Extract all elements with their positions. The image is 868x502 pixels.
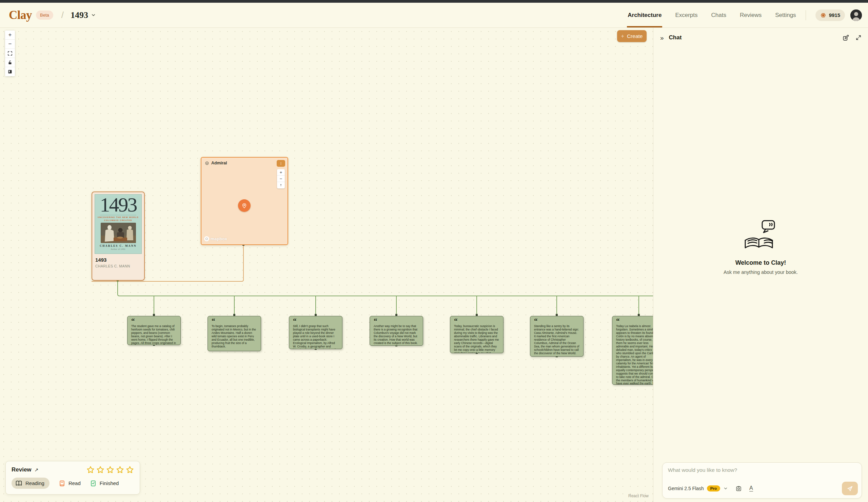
review-card: Review ↗ Reading Read bbox=[6, 461, 140, 494]
quote-text: Standing like a sentry by its entrance w… bbox=[534, 325, 579, 355]
breadcrumb-separator: / bbox=[61, 10, 64, 20]
avatar[interactable] bbox=[850, 10, 862, 21]
fit-view-button[interactable] bbox=[5, 49, 15, 58]
send-button[interactable] bbox=[842, 482, 858, 495]
plus-icon: + bbox=[621, 33, 624, 39]
status-read[interactable]: Read bbox=[59, 480, 81, 487]
star-rating bbox=[86, 466, 134, 474]
cover-tagline-1: UNCOVERING THE NEW WORLD bbox=[98, 216, 139, 218]
mapbox-icon bbox=[204, 236, 209, 241]
book-title: 1493 bbox=[95, 257, 141, 263]
review-title: Review bbox=[11, 467, 32, 473]
quote-text: Today, bureaucratic suspicion is minimal… bbox=[454, 325, 499, 353]
tab-settings[interactable]: Settings bbox=[775, 3, 796, 28]
model-selector[interactable]: Gemini 2.5 Flash bbox=[668, 486, 704, 491]
tab-excerpts[interactable]: Excerpts bbox=[675, 3, 698, 28]
quote-text: To begin, tomatoes probably originated n… bbox=[211, 325, 257, 348]
quote-icon: “ bbox=[534, 319, 579, 323]
chat-panel-header: » Chat bbox=[653, 28, 868, 48]
quote-text: Another way might be to say that there i… bbox=[374, 325, 419, 345]
map-node-action-button[interactable] bbox=[277, 160, 285, 167]
chat-input[interactable] bbox=[668, 467, 856, 481]
chat-welcome: Welcome to Clay! Ask me anything about y… bbox=[653, 219, 868, 275]
model-chevron-icon[interactable] bbox=[723, 486, 728, 491]
main-nav: Architecture Excerpts Chats Reviews Sett… bbox=[628, 3, 796, 28]
quote-icon: “ bbox=[454, 319, 499, 323]
quote-text: The student gave me a catalog of heirloo… bbox=[131, 325, 177, 345]
chat-panel: » Chat Welcome to Clay! bbox=[653, 28, 868, 502]
book-cover-number: 1493 bbox=[100, 195, 137, 215]
quote-icon: “ bbox=[131, 319, 177, 323]
quote-card-2[interactable]: “ To begin, tomatoes probably originated… bbox=[207, 316, 261, 351]
finished-book-icon bbox=[90, 480, 97, 487]
image-attach-icon[interactable] bbox=[735, 485, 742, 492]
tab-chats[interactable]: Chats bbox=[711, 3, 726, 28]
map-zoom-in-button[interactable]: + bbox=[277, 169, 285, 176]
book-cover-painting bbox=[101, 223, 136, 243]
pro-badge: Pro bbox=[707, 485, 720, 491]
status-reading[interactable]: Reading bbox=[11, 478, 50, 489]
credits-count: 9915 bbox=[829, 12, 840, 18]
clay-logo[interactable]: Clay bbox=[9, 9, 32, 22]
star-3[interactable] bbox=[106, 466, 114, 474]
quote-card-7[interactable]: “ Today La Isabela is almost forgotten. … bbox=[612, 316, 653, 385]
app-header: Clay Beta / 1493 Architecture Excerpts C… bbox=[0, 3, 868, 28]
credits-badge[interactable]: 9915 bbox=[815, 10, 845, 21]
status-finished[interactable]: Finished bbox=[90, 480, 119, 487]
quote-icon: “ bbox=[616, 319, 653, 323]
book-cover: 1493 UNCOVERING THE NEW WORLD COLUMBUS C… bbox=[95, 194, 142, 254]
map-zoom-out-button[interactable]: − bbox=[277, 176, 285, 182]
quote-icon: “ bbox=[374, 319, 419, 323]
book-chat-illustration bbox=[741, 219, 781, 254]
chat-input-card: Gemini 2.5 Flash Pro A bbox=[662, 462, 862, 499]
zoom-out-button[interactable]: − bbox=[5, 40, 15, 49]
canvas-controls: + − bbox=[5, 31, 15, 76]
star-5[interactable] bbox=[126, 466, 134, 474]
quote-text: Still, I didn't grasp that such biologic… bbox=[293, 325, 338, 349]
star-1[interactable] bbox=[86, 466, 95, 474]
beta-badge: Beta bbox=[36, 11, 53, 20]
welcome-title: Welcome to Clay! bbox=[653, 259, 868, 266]
star-4[interactable] bbox=[116, 466, 124, 474]
status-finished-label: Finished bbox=[100, 480, 119, 486]
expand-panel-icon[interactable] bbox=[856, 35, 861, 40]
flower-icon bbox=[820, 12, 826, 18]
map-location-marker[interactable] bbox=[238, 199, 250, 212]
target-icon bbox=[205, 161, 209, 165]
breadcrumb[interactable]: 1493 bbox=[71, 10, 88, 20]
create-button[interactable]: + Create bbox=[617, 30, 647, 42]
flow-canvas[interactable]: + − + Create Admiral + − bbox=[0, 28, 653, 502]
quote-icon: “ bbox=[293, 319, 338, 323]
tab-architecture[interactable]: Architecture bbox=[628, 3, 662, 28]
zoom-in-button[interactable]: + bbox=[5, 31, 15, 40]
react-flow-attribution[interactable]: React Flow bbox=[628, 493, 649, 498]
tab-reviews[interactable]: Reviews bbox=[740, 3, 762, 28]
quote-text: Today La Isabela is almost forgotten. So… bbox=[616, 325, 653, 385]
status-read-label: Read bbox=[69, 480, 81, 486]
cover-author-sub: Author of 1491 bbox=[111, 248, 125, 250]
map-compass-button[interactable] bbox=[277, 182, 285, 188]
board-button[interactable] bbox=[5, 67, 15, 76]
collapse-panel-icon[interactable]: » bbox=[660, 34, 664, 41]
cover-author: CHARLES C. MANN bbox=[100, 244, 136, 248]
open-book-icon bbox=[15, 480, 22, 487]
quote-card-6[interactable]: “ Standing like a sentry by its entrance… bbox=[530, 316, 583, 357]
star-2[interactable] bbox=[96, 466, 104, 474]
cover-tagline-2: COLUMBUS CREATED bbox=[104, 219, 132, 221]
new-chat-icon[interactable] bbox=[843, 34, 849, 41]
font-style-icon[interactable]: A bbox=[749, 485, 753, 491]
quote-card-1[interactable]: “ The student gave me a catalog of heirl… bbox=[127, 316, 181, 345]
quote-icon: “ bbox=[211, 319, 257, 323]
book-node-1493[interactable]: 1493 UNCOVERING THE NEW WORLD COLUMBUS C… bbox=[92, 191, 145, 281]
quote-card-3[interactable]: “ Still, I didn't grasp that such biolog… bbox=[289, 316, 342, 349]
external-link-icon[interactable]: ↗ bbox=[34, 467, 39, 472]
read-book-icon bbox=[59, 480, 65, 487]
chevron-down-icon[interactable] bbox=[91, 12, 96, 18]
lock-button[interactable] bbox=[5, 58, 15, 67]
map-node-admiral[interactable]: Admiral + − mapbox bbox=[201, 157, 288, 245]
mapbox-attribution[interactable]: mapbox bbox=[204, 236, 227, 241]
quote-card-5[interactable]: “ Today, bureaucratic suspicion is minim… bbox=[450, 316, 504, 353]
quote-card-4[interactable]: “ Another way might be to say that there… bbox=[370, 316, 423, 346]
window-top-strip bbox=[0, 0, 868, 3]
mapbox-label: mapbox bbox=[210, 237, 227, 241]
